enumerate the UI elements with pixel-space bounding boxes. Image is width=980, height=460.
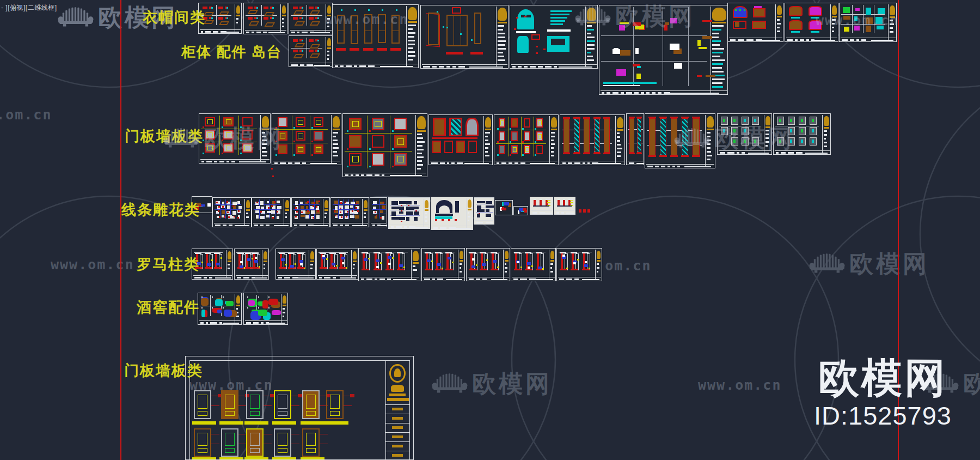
cad-shape — [237, 201, 240, 204]
cad-shape — [398, 253, 400, 270]
cad-shape — [597, 251, 601, 259]
cad-shape — [561, 161, 624, 161]
sheet-thumbnail[interactable] — [316, 249, 358, 280]
cad-shape — [236, 308, 238, 310]
sheet-thumbnail[interactable] — [556, 248, 602, 281]
watermark-sofa-logo: 欧模网 — [809, 252, 929, 276]
cad-shape — [351, 250, 352, 279]
cad-canvas[interactable]: 欧模网欧模网欧模网欧模网www.om.cnwww.om.cnwww.om.cnw… — [0, 0, 980, 460]
cad-shape — [274, 162, 278, 164]
cad-shape — [201, 307, 203, 308]
cad-shape — [707, 159, 710, 160]
cad-shape — [375, 174, 379, 176]
cad-shape — [247, 307, 248, 308]
sheet-thumbnail[interactable] — [420, 5, 509, 69]
sheet-thumbnail[interactable] — [342, 113, 427, 177]
cad-shape — [385, 269, 393, 270]
cad-shape — [280, 4, 281, 33]
sheet-thumbnail[interactable] — [428, 114, 493, 165]
cad-shape — [207, 203, 211, 207]
cad-shape — [307, 64, 313, 66]
sheet-thumbnail[interactable] — [495, 200, 513, 215]
sheet-thumbnail[interactable] — [554, 197, 575, 215]
cad-shape — [335, 215, 336, 216]
sheet-thumbnail[interactable] — [560, 114, 625, 165]
cad-shape — [636, 153, 642, 154]
cad-shape — [425, 220, 427, 222]
cad-shape — [466, 198, 467, 229]
cad-shape — [293, 50, 298, 52]
cad-shape — [219, 216, 220, 218]
cad-shape — [406, 217, 409, 221]
sheet-thumbnail[interactable] — [185, 356, 414, 460]
sheet-thumbnail[interactable] — [511, 248, 556, 281]
sheet-thumbnail[interactable] — [243, 3, 287, 34]
cad-shape — [302, 162, 306, 164]
cad-shape — [437, 279, 443, 280]
cad-shape — [347, 166, 348, 167]
cad-shape — [344, 405, 352, 406]
cad-shape — [201, 298, 209, 305]
cad-shape — [366, 174, 372, 176]
sheet-thumbnail[interactable] — [275, 249, 316, 280]
cad-shape — [430, 161, 492, 161]
cad-shape — [335, 65, 338, 67]
sheet-thumbnail[interactable] — [474, 197, 494, 225]
cad-shape — [520, 267, 522, 268]
sheet-thumbnail[interactable] — [243, 293, 288, 325]
sheet-thumbnail[interactable] — [513, 206, 528, 215]
sheet-thumbnail[interactable] — [626, 113, 644, 165]
cad-shape — [333, 136, 336, 137]
sheet-thumbnail[interactable] — [530, 197, 553, 215]
sheet-thumbnail[interactable] — [198, 293, 242, 325]
cad-shape — [585, 261, 587, 263]
cad-shape — [301, 421, 324, 425]
cad-shape — [277, 216, 279, 219]
sheet-thumbnail[interactable] — [431, 197, 473, 230]
sheet-thumbnail[interactable] — [212, 197, 252, 227]
cad-shape — [712, 86, 723, 88]
sheet-thumbnail[interactable] — [234, 249, 269, 280]
cad-shape — [446, 27, 448, 28]
sheet-thumbnail[interactable] — [727, 3, 783, 42]
cad-shape — [264, 261, 267, 262]
cad-shape — [485, 117, 491, 128]
cad-shape — [499, 145, 506, 155]
cad-shape — [364, 258, 367, 261]
cad-shape — [658, 92, 661, 94]
cad-shape — [788, 152, 794, 154]
cad-shape — [408, 36, 414, 38]
cad-shape — [791, 31, 800, 33]
cad-shape — [824, 130, 827, 132]
sheet-thumbnail[interactable] — [494, 114, 559, 165]
sheet-thumbnail[interactable] — [330, 197, 369, 227]
category-label-moulding-carving: 线条雕花类 — [121, 202, 200, 217]
cad-shape — [562, 255, 565, 257]
cad-shape — [444, 141, 453, 153]
cad-shape — [801, 129, 803, 132]
cad-shape — [417, 137, 423, 139]
cad-shape — [235, 225, 249, 226]
sheet-thumbnail[interactable] — [421, 248, 465, 281]
cad-shape — [380, 217, 382, 219]
cad-shape — [559, 279, 564, 280]
cad-shape — [338, 31, 344, 31]
sheet-thumbnail[interactable] — [289, 35, 333, 67]
sheet-thumbnail[interactable] — [466, 248, 510, 281]
cad-shape — [311, 141, 313, 142]
cad-shape — [368, 9, 370, 11]
sheet-thumbnail[interactable] — [358, 248, 420, 281]
cad-shape — [272, 7, 274, 9]
cad-shape — [333, 277, 336, 279]
cad-shape — [264, 444, 272, 444]
cad-shape — [485, 140, 488, 141]
sheet-thumbnail[interactable] — [388, 197, 430, 229]
watermark-logo-text: 欧模网 — [472, 372, 552, 396]
sheet-thumbnail[interactable] — [370, 197, 387, 227]
cad-shape — [345, 205, 348, 209]
cad-shape — [739, 9, 741, 11]
cad-shape — [597, 267, 599, 269]
cad-shape — [248, 10, 258, 14]
sheet-thumbnail[interactable] — [252, 197, 291, 227]
sheet-thumbnail[interactable] — [291, 197, 330, 227]
